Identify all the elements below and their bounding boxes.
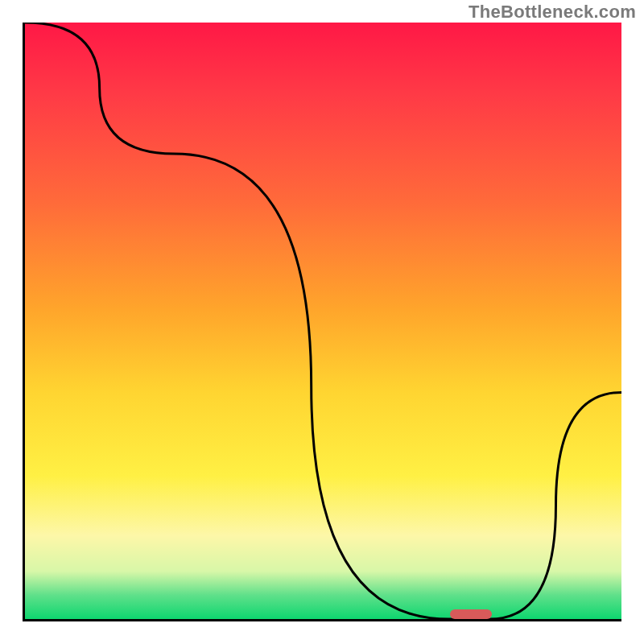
watermark-text: TheBottleneck.com bbox=[469, 2, 636, 23]
plot-area bbox=[23, 23, 621, 621]
chart-stage: TheBottleneck.com bbox=[0, 0, 644, 644]
curve-path bbox=[25, 23, 621, 619]
bottleneck-curve bbox=[25, 23, 621, 619]
optimal-range-marker bbox=[450, 609, 492, 619]
